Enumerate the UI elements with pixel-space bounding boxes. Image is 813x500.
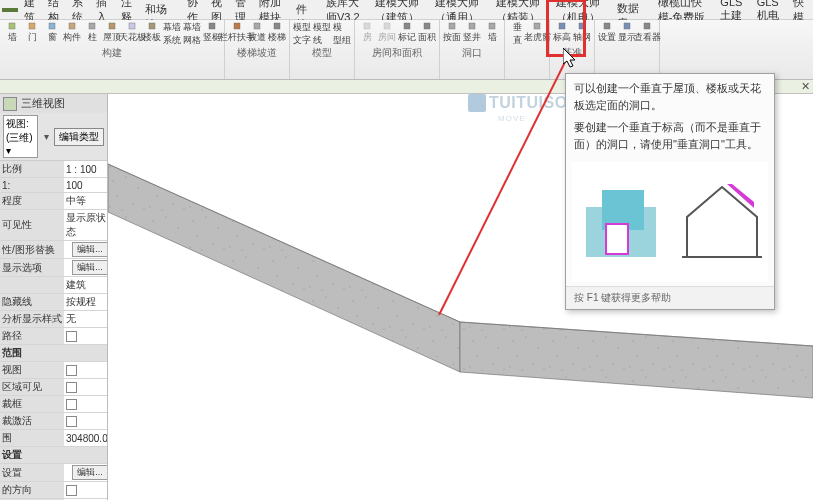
prop-value[interactable]: 编辑...: [64, 241, 108, 259]
prop-key: [0, 277, 64, 294]
wall-opening-icon[interactable]: 墙: [483, 22, 501, 44]
svg-rect-3: [69, 23, 75, 29]
stair-icon[interactable]: 楼梯: [268, 22, 286, 44]
column-icon[interactable]: 柱: [83, 22, 101, 44]
shaft-icon[interactable]: 竖井: [463, 22, 481, 44]
prop-value[interactable]: 中等: [64, 193, 108, 210]
prop-value[interactable]: [64, 396, 108, 413]
model-line-icon[interactable]: 模型线: [313, 22, 331, 44]
ribbon-panel-label: 构建: [102, 46, 122, 60]
prop-value[interactable]: 100: [64, 178, 108, 193]
tooltip-illustration: [572, 162, 768, 282]
svg-rect-28: [604, 23, 610, 29]
floor-icon[interactable]: 楼板: [143, 22, 161, 44]
by-face-icon[interactable]: 按面: [443, 22, 461, 44]
svg-rect-22: [469, 23, 475, 29]
ribbon-panel-label: 楼梯坡道: [237, 46, 277, 60]
window-icon[interactable]: 窗: [43, 22, 61, 44]
dropdown-icon[interactable]: ▾: [40, 131, 52, 142]
properties-table: 比例1 : 1001:100程度中等可见性显示原状态性/图形替换编辑...显示选…: [0, 161, 108, 500]
svg-rect-0: [9, 23, 15, 29]
prop-value[interactable]: 显示原状态: [64, 210, 108, 241]
svg-line-42: [108, 164, 460, 322]
level-icon[interactable]: 标高: [553, 22, 571, 44]
prop-value[interactable]: 编辑...: [64, 464, 108, 482]
room-sep-icon[interactable]: 房间: [378, 22, 396, 44]
svg-rect-1: [29, 23, 35, 29]
menu-bar: 建筑 结构 系统 插入 注释 体量和场地 协作 视图 管理 附加模块 构件坞 族…: [0, 0, 813, 20]
svg-rect-27: [579, 23, 585, 29]
edit-button[interactable]: 编辑...: [72, 242, 108, 257]
ramp-icon[interactable]: 坡道: [248, 22, 266, 44]
prop-key: 性/图形替换: [0, 241, 64, 259]
prop-value[interactable]: 建筑: [64, 277, 108, 294]
prop-key: 程度: [0, 193, 64, 210]
ceiling-icon[interactable]: 天花板: [123, 22, 141, 44]
prop-value[interactable]: [64, 379, 108, 396]
ribbon: 墙门窗构件柱屋顶天花板楼板幕墙系统幕墙网格竖梃构建栏杆扶手坡道楼梯楼梯坡道模型文…: [0, 20, 813, 80]
prop-value[interactable]: 按规程: [64, 294, 108, 311]
prop-key: 可见性: [0, 210, 64, 241]
svg-rect-26: [559, 23, 565, 29]
dormer-icon[interactable]: 老虎窗: [528, 22, 546, 44]
prop-value[interactable]: [64, 328, 108, 345]
prop-value[interactable]: [64, 413, 108, 430]
curtain-sys-icon[interactable]: 幕墙系统: [163, 22, 181, 44]
svg-rect-21: [449, 23, 455, 29]
svg-rect-18: [384, 23, 390, 29]
type-dropdown[interactable]: 视图: (三维) ▾: [3, 115, 38, 158]
set-icon[interactable]: 设置: [598, 22, 616, 44]
prop-value[interactable]: 编辑...: [64, 259, 108, 277]
tooltip-text: 可以创建一个垂直于屋顶、楼板或天花板选定面的洞口。 要创建一个垂直于标高（而不是…: [566, 74, 774, 158]
svg-rect-12: [254, 23, 260, 29]
edit-button[interactable]: 编辑...: [72, 260, 108, 275]
prop-value[interactable]: [64, 482, 108, 499]
svg-rect-20: [424, 23, 430, 29]
svg-rect-23: [489, 23, 495, 29]
prop-key: 设置: [0, 464, 64, 482]
prop-value[interactable]: [64, 362, 108, 379]
prop-key: 1:: [0, 178, 64, 193]
svg-marker-41: [460, 322, 813, 398]
view-type-label: 三维视图: [21, 96, 65, 111]
wall-icon[interactable]: 墙: [3, 22, 21, 44]
tag-room-icon[interactable]: 标记: [398, 22, 416, 44]
ribbon-panel-label: 模型: [312, 46, 332, 60]
area-icon[interactable]: 面积: [418, 22, 436, 44]
prop-key: 区域可见: [0, 379, 64, 396]
prop-key: 显示选项: [0, 259, 64, 277]
svg-rect-11: [234, 23, 240, 29]
prop-key: 围: [0, 430, 64, 447]
model-text-icon[interactable]: 模型文字: [293, 22, 311, 44]
prop-value[interactable]: 无: [64, 311, 108, 328]
prop-key: 分析显示样式: [0, 311, 64, 328]
svg-rect-17: [364, 23, 370, 29]
prop-key: 比例: [0, 161, 64, 178]
svg-rect-5: [109, 23, 115, 29]
ribbon-panel-label: 洞口: [462, 46, 482, 60]
prop-value[interactable]: 304800.0: [64, 430, 108, 447]
curtain-grid-icon[interactable]: 幕墙网格: [183, 22, 201, 44]
svg-rect-30: [644, 23, 650, 29]
prop-value[interactable]: 1 : 100: [64, 161, 108, 178]
properties-type-selector[interactable]: 三维视图: [0, 94, 107, 113]
door-icon[interactable]: 门: [23, 22, 41, 44]
properties-type-row: 视图: (三维) ▾ ▾ 编辑类型: [0, 113, 107, 161]
railing-icon[interactable]: 栏杆扶手: [228, 22, 246, 44]
close-icon[interactable]: ✕: [801, 80, 810, 93]
edit-button[interactable]: 编辑...: [72, 465, 108, 480]
grid-icon[interactable]: 轴网: [573, 22, 591, 44]
model-group-icon[interactable]: 模型组: [333, 22, 351, 44]
svg-rect-4: [89, 23, 95, 29]
room-icon[interactable]: 房: [358, 22, 376, 44]
svg-rect-6: [129, 23, 135, 29]
svg-rect-10: [209, 23, 215, 29]
prop-key: 视图: [0, 362, 64, 379]
tooltip: 可以创建一个垂直于屋顶、楼板或天花板选定面的洞口。 要创建一个垂直于标高（而不是…: [565, 73, 775, 310]
edit-type-button[interactable]: 编辑类型: [54, 128, 104, 146]
file-menu[interactable]: [2, 8, 18, 12]
component-icon[interactable]: 构件: [63, 22, 81, 44]
prop-key: 裁激活: [0, 413, 64, 430]
properties-panel: 三维视图 视图: (三维) ▾ ▾ 编辑类型 比例1 : 1001:100程度中…: [0, 94, 108, 500]
viewer-icon[interactable]: 查看器: [638, 22, 656, 44]
